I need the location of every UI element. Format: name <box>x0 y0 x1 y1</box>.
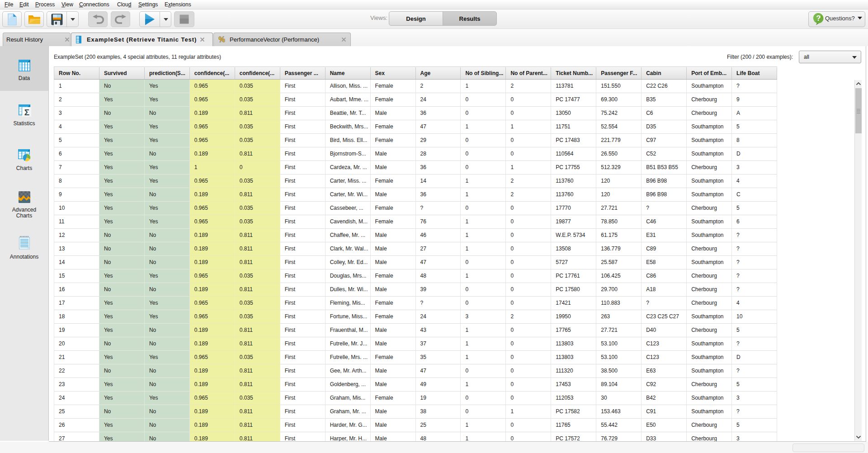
svg-text:%: % <box>218 36 225 43</box>
svg-text:Σ: Σ <box>24 108 29 117</box>
svg-text:?: ? <box>816 14 821 23</box>
